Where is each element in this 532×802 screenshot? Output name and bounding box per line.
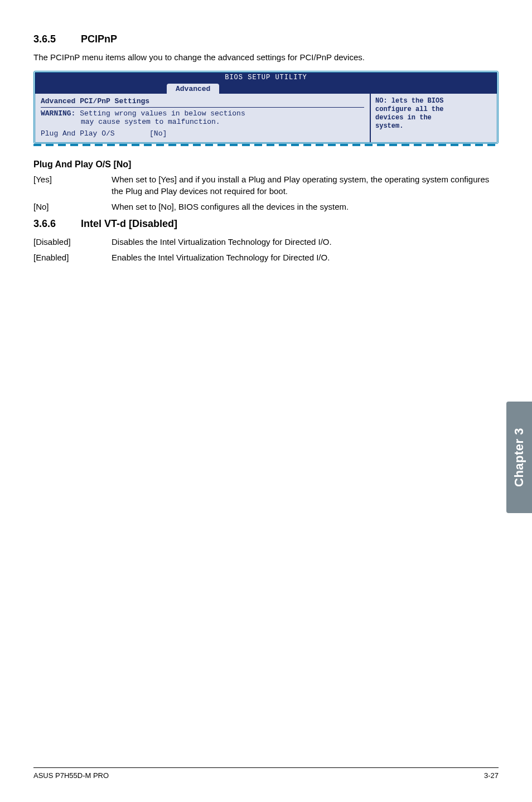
heading-title: PCIPnP bbox=[81, 33, 117, 45]
def-term-disabled: [Disabled] bbox=[33, 236, 112, 248]
chapter-side-tab: Chapter 3 bbox=[506, 402, 532, 513]
def-term-enabled: [Enabled] bbox=[33, 252, 112, 263]
bios-warning-line2: may cause system to malfunction. bbox=[81, 118, 220, 126]
def-term-no: [No] bbox=[33, 201, 112, 212]
def-desc-enabled: Enables the Intel Virtualization Technol… bbox=[112, 252, 499, 263]
def-desc-no: When set to [No], BIOS configures all th… bbox=[112, 201, 499, 212]
bios-setting-row: Plug And Play O/S [No] bbox=[41, 129, 364, 138]
def-term-yes: [Yes] bbox=[33, 174, 112, 197]
bios-left-header: Advanced PCI/PnP Settings bbox=[41, 97, 364, 105]
heading-title-vtd: Intel VT-d [Disabled] bbox=[81, 218, 177, 229]
def-row-yes: [Yes] When set to [Yes] and if you insta… bbox=[33, 174, 499, 197]
heading-number: 3.6.5 bbox=[33, 33, 78, 45]
def-row-enabled: [Enabled] Enables the Intel Virtualizati… bbox=[33, 252, 499, 263]
bios-help-pane: NO: lets the BIOS configure all the devi… bbox=[370, 94, 497, 142]
bios-help-line4: system. bbox=[375, 122, 403, 130]
bios-help-line2: configure all the bbox=[375, 105, 443, 113]
bios-warning: WARNING: Setting wrong values in below s… bbox=[41, 109, 364, 126]
pcipnp-intro: The PCIPnP menu items allow you to chang… bbox=[33, 52, 499, 63]
def-row-disabled: [Disabled] Disables the Intel Virtualiza… bbox=[33, 236, 499, 248]
subheading-pnp: Plug And Play O/S [No] bbox=[33, 160, 499, 170]
heading-pcipnp: 3.6.5 PCIPnP bbox=[33, 33, 499, 45]
bios-left-pane: Advanced PCI/PnP Settings WARNING: Setti… bbox=[35, 94, 370, 142]
bios-setting-label: Plug And Play O/S bbox=[41, 129, 115, 138]
bios-title: BIOS SETUP UTILITY bbox=[35, 73, 497, 81]
bios-divider bbox=[41, 107, 364, 108]
bios-titlebar: BIOS SETUP UTILITY Advanced bbox=[35, 73, 497, 94]
bios-warning-line1: Setting wrong values in below sections bbox=[80, 109, 245, 118]
bios-body: Advanced PCI/PnP Settings WARNING: Setti… bbox=[35, 94, 497, 142]
bios-warning-label: WARNING: bbox=[41, 109, 75, 118]
bios-help-line3: devices in the bbox=[375, 114, 432, 122]
chapter-side-tab-label: Chapter 3 bbox=[512, 428, 526, 487]
def-desc-yes: When set to [Yes] and if you install a P… bbox=[112, 174, 499, 197]
bios-cut-edge bbox=[33, 144, 499, 146]
def-desc-disabled: Disables the Intel Virtualization Techno… bbox=[112, 236, 499, 248]
bios-setting-value: [No] bbox=[149, 129, 167, 138]
footer-right: 3-27 bbox=[484, 771, 499, 780]
bios-help-line1: NO: lets the BIOS bbox=[375, 97, 443, 105]
def-row-no: [No] When set to [No], BIOS configures a… bbox=[33, 201, 499, 212]
page-footer: ASUS P7H55D-M PRO 3-27 bbox=[33, 767, 499, 780]
bios-panel: BIOS SETUP UTILITY Advanced Advanced PCI… bbox=[33, 71, 499, 144]
page-content: 3.6.5 PCIPnP The PCIPnP menu items allow… bbox=[0, 0, 532, 264]
bios-tab-advanced: Advanced bbox=[167, 84, 219, 94]
heading-intelvtd: 3.6.6 Intel VT-d [Disabled] bbox=[33, 218, 499, 230]
heading-number-vtd: 3.6.6 bbox=[33, 218, 78, 230]
footer-left: ASUS P7H55D-M PRO bbox=[33, 771, 109, 780]
